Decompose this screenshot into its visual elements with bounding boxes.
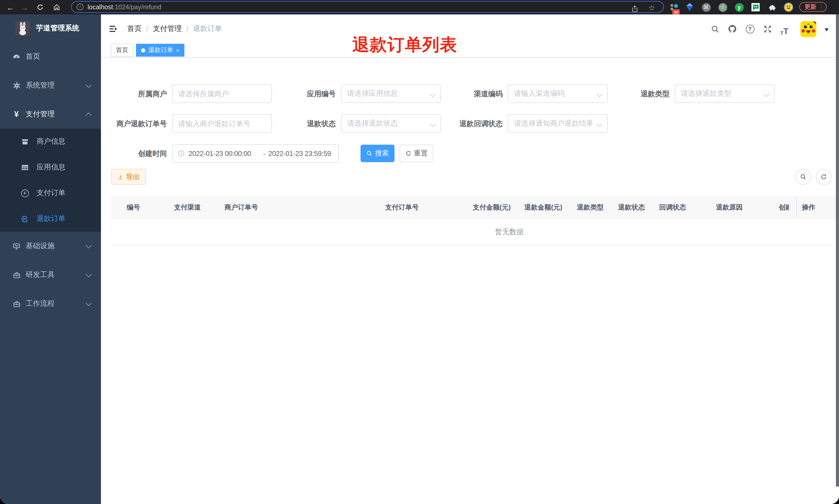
browser-menu-icon[interactable]: ⋮	[818, 4, 824, 10]
sidebar-item-workflow[interactable]: 工作流程	[0, 289, 101, 318]
extension-command-icon[interactable]: ⌘	[699, 0, 713, 14]
help-icon[interactable]: ?	[743, 22, 757, 36]
tab-close-icon[interactable]: ×	[176, 47, 179, 53]
filter-label-app-no: 应用编号	[280, 85, 336, 103]
tab-home[interactable]: 首页	[111, 44, 133, 57]
merchant-refund-no-input[interactable]	[172, 114, 272, 133]
browser-forward-button[interactable]: →	[19, 0, 31, 14]
extension-y-icon[interactable]: y	[732, 0, 746, 14]
sidebar-item-label: 系统管理	[26, 81, 55, 90]
sidebar-item-label: 应用信息	[37, 163, 66, 172]
chevron-up-icon	[86, 112, 92, 118]
browser-home-button[interactable]	[51, 0, 63, 14]
callback-status-select[interactable]: 请选择通知商户退款结果的	[508, 114, 608, 133]
browser-back-button[interactable]: ←	[4, 0, 17, 14]
channel-code-select[interactable]: 请输入渠道编码	[508, 85, 608, 103]
sidebar-item-infrastructure[interactable]: 基础设施	[0, 232, 101, 260]
extension-chat-icon[interactable]	[749, 0, 762, 14]
extensions-puzzle-icon[interactable]	[765, 0, 779, 14]
table-empty-text: 暂无数据	[468, 228, 551, 237]
sidebar-item-refund-order[interactable]: 退款订单	[0, 206, 101, 232]
bookmark-star-icon[interactable]: ☆	[648, 3, 655, 13]
github-icon[interactable]	[725, 22, 739, 36]
table-column-header: 支付渠道	[174, 196, 201, 219]
filter-label-merchant-refund-no: 商户退款订单号	[111, 114, 167, 133]
extension-badge: 10	[672, 9, 680, 14]
avatar-caret-icon[interactable]	[825, 28, 829, 31]
page-annotation: 退款订单列表	[352, 36, 457, 54]
url-bar[interactable]: i localhost:1024/pay/refund ☆	[71, 1, 664, 13]
sidebar-collapse-icon[interactable]	[109, 24, 118, 34]
breadcrumb-payment[interactable]: 支付管理	[153, 24, 182, 34]
reset-button[interactable]: 重置	[400, 145, 433, 162]
dashboard-icon	[10, 53, 23, 61]
chevron-down-icon	[430, 121, 436, 127]
navbar: 首页 / 支付管理 / 退款订单 ?	[101, 14, 839, 43]
refund-type-select[interactable]: 请选择退款类型	[675, 85, 774, 103]
refresh-icon	[405, 150, 411, 157]
app-logo[interactable]: 芋道管理系统	[0, 14, 101, 42]
toggle-search-button[interactable]	[795, 169, 811, 185]
table-column-header: 编号	[127, 196, 140, 219]
grid-icon	[20, 163, 29, 171]
table-column-header: 退款类型	[577, 196, 604, 219]
sidebar-item-label: 基础设施	[26, 241, 55, 251]
table-column-header: 支付订单号	[385, 196, 419, 219]
header-search-icon[interactable]	[708, 22, 722, 36]
home-icon	[53, 4, 60, 11]
sidebar-item-home[interactable]: 首页	[0, 42, 101, 71]
refresh-table-button[interactable]	[816, 169, 832, 185]
sidebar-item-label: 支付订单	[37, 188, 66, 198]
sidebar-item-merchant-info[interactable]: 商户信息	[0, 129, 101, 155]
sidebar-item-pay-order[interactable]: ¥ 支付订单	[0, 180, 101, 206]
browser-reload-button[interactable]	[34, 0, 46, 14]
page-scrollbar[interactable]	[836, 14, 839, 486]
filter-label-refund-type: 退款类型	[614, 85, 670, 103]
screen: ← → i localhost:1024/pay/refund ☆	[0, 0, 839, 504]
create-time-range-picker[interactable]: 2022-01-23 00:00:00 - 2022-01-23 23:59:5…	[172, 144, 339, 163]
extension-blue-diamond-icon[interactable]: 10	[667, 0, 681, 14]
app-no-select[interactable]: 请选择应用信息	[341, 85, 441, 103]
site-info-icon[interactable]: i	[77, 4, 84, 10]
export-button[interactable]: 导出	[111, 169, 146, 185]
date-range-start[interactable]: 2022-01-23 00:00:00	[189, 149, 260, 157]
browser-update-button[interactable]: 更新 ⋮	[799, 2, 827, 12]
sidebar-item-label: 商户信息	[37, 137, 66, 146]
table-column-header: 商户订单号	[225, 196, 258, 219]
breadcrumb: 首页 / 支付管理 / 退款订单	[127, 14, 222, 43]
active-tab-dot	[141, 48, 145, 52]
fullscreen-icon[interactable]	[760, 22, 774, 36]
table-column-header: 退款金额(元)	[524, 196, 562, 219]
chevron-down-icon	[430, 91, 436, 97]
toolbox-icon	[10, 271, 23, 279]
extension-kite-icon[interactable]	[683, 0, 696, 14]
share-icon[interactable]	[631, 4, 638, 14]
sidebar-item-label: 首页	[26, 52, 40, 61]
filter-label-merchant: 所属商户	[111, 85, 167, 103]
extension-record-icon[interactable]	[716, 0, 729, 14]
date-range-end[interactable]: 2022-01-23 23:59:59	[268, 149, 340, 157]
search-button[interactable]: 搜索	[360, 145, 394, 162]
table-column-header: 退款原因	[716, 196, 743, 219]
sidebar-item-payment[interactable]: ¥ 支付管理	[0, 100, 101, 129]
sidebar-item-system[interactable]: 系统管理	[0, 71, 101, 100]
browser-toolbar: ← → i localhost:1024/pay/refund ☆	[0, 0, 839, 14]
download-icon	[117, 174, 123, 180]
tab-refund-order[interactable]: 退款订单 ×	[136, 44, 185, 57]
refund-status-select[interactable]: 请选择退款状态	[341, 114, 441, 133]
user-avatar[interactable]	[800, 21, 816, 37]
sidebar-item-dev-tools[interactable]: 研发工具	[0, 260, 101, 289]
chevron-down-icon	[86, 242, 92, 248]
extension-smiley-icon[interactable]	[782, 0, 795, 14]
chevron-down-icon	[597, 121, 603, 127]
shop-icon	[20, 138, 29, 145]
table-column-header-action: 操作	[802, 196, 815, 219]
breadcrumb-home[interactable]: 首页	[127, 24, 142, 34]
merchant-input[interactable]	[172, 85, 272, 103]
sidebar-item-label: 研发工具	[26, 270, 55, 280]
font-size-icon[interactable]: TT	[777, 22, 792, 36]
app-frame: 芋道管理系统 首页	[0, 14, 839, 504]
sidebar-item-app-info[interactable]: 应用信息	[0, 155, 101, 180]
breadcrumb-current: 退款订单	[193, 24, 222, 34]
tags-view-bar: 首页 退款订单 ×	[101, 43, 839, 58]
